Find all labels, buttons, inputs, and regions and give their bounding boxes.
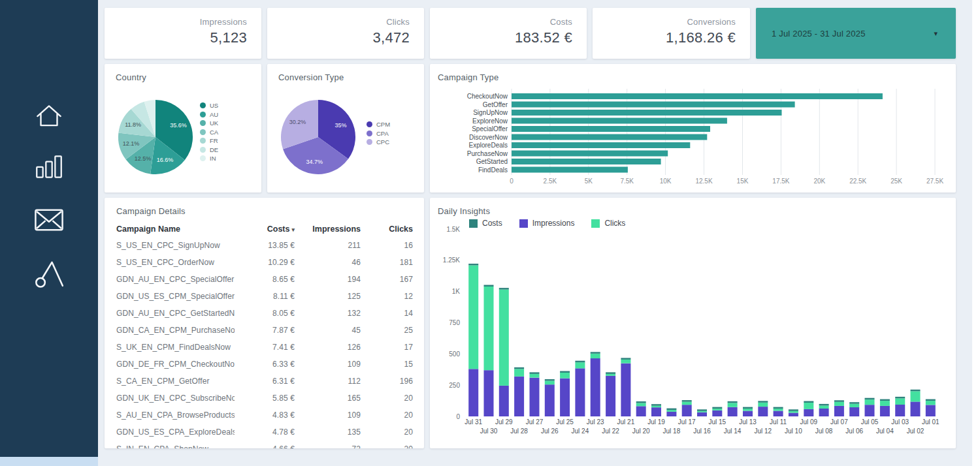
stack-clicks-jul-27[interactable] xyxy=(530,374,540,378)
bar-discovernow[interactable] xyxy=(512,134,707,140)
stack-clicks-jul-31[interactable] xyxy=(468,266,478,369)
table-row[interactable]: S_AU_EN_CPA_BrowseProducts4.83 €10920 xyxy=(116,407,413,424)
stack-impressions-jul-23[interactable] xyxy=(591,358,600,416)
stack-costs-jul-26[interactable] xyxy=(545,379,555,381)
stack-costs-jul-19[interactable] xyxy=(651,404,661,406)
stack-costs-jul-09[interactable] xyxy=(804,401,813,403)
table-row[interactable]: GDN_AU_EN_CPC_GetStartedNow8.05 €13214 xyxy=(116,305,413,322)
legend-item-cpm[interactable]: CPM xyxy=(367,120,390,129)
column-header-impressions[interactable]: Impressions xyxy=(295,225,361,234)
table-row[interactable]: GDN_UK_EN_CPC_SubscribeNow5.85 €16520 xyxy=(116,390,413,407)
legend-item-us[interactable]: US xyxy=(200,101,218,110)
legend-item-au[interactable]: AU xyxy=(200,110,218,119)
stack-costs-jul-08[interactable] xyxy=(819,404,829,406)
stack-costs-jul-27[interactable] xyxy=(530,372,540,374)
legend-item-cpc[interactable]: CPC xyxy=(367,138,390,147)
nav-mail[interactable] xyxy=(27,201,71,239)
stack-costs-jul-24[interactable] xyxy=(575,361,585,363)
table-row[interactable]: GDN_AU_EN_CPC_SpecialOffer8.65 €194167 xyxy=(116,271,413,288)
stack-costs-jul-04[interactable] xyxy=(880,399,890,401)
stack-clicks-jul-26[interactable] xyxy=(545,381,555,385)
stack-impressions-jul-22[interactable] xyxy=(606,376,615,416)
stack-costs-jul-02[interactable] xyxy=(911,390,921,392)
stack-costs-jul-14[interactable] xyxy=(728,401,738,403)
stack-clicks-jul-10[interactable] xyxy=(789,411,798,413)
stack-clicks-jul-09[interactable] xyxy=(804,403,813,409)
stack-clicks-jul-08[interactable] xyxy=(819,405,829,409)
stack-clicks-jul-22[interactable] xyxy=(606,374,615,376)
stack-clicks-jul-23[interactable] xyxy=(591,354,600,358)
stack-impressions-jul-16[interactable] xyxy=(697,412,707,416)
bar-purchasenow[interactable] xyxy=(512,151,668,157)
stack-impressions-jul-27[interactable] xyxy=(530,378,540,416)
stack-impressions-jul-12[interactable] xyxy=(758,407,768,416)
stack-clicks-jul-29[interactable] xyxy=(499,290,509,386)
stack-impressions-jul-14[interactable] xyxy=(728,407,738,416)
stack-clicks-jul-05[interactable] xyxy=(865,399,875,405)
stack-clicks-jul-25[interactable] xyxy=(560,373,570,379)
bar-exploredeals[interactable] xyxy=(512,142,690,148)
stack-clicks-jul-15[interactable] xyxy=(712,409,722,411)
table-row[interactable]: S_CA_EN_CPM_GetOffer6.31 €112196 xyxy=(116,373,413,390)
stack-clicks-jul-16[interactable] xyxy=(697,411,707,412)
stack-impressions-jul-07[interactable] xyxy=(834,406,844,416)
stack-clicks-jul-04[interactable] xyxy=(880,401,890,406)
legend-item-ca[interactable]: CA xyxy=(200,128,218,137)
stack-costs-jul-06[interactable] xyxy=(849,402,859,404)
stack-clicks-jul-24[interactable] xyxy=(575,362,585,368)
table-row[interactable]: S_US_EN_CPC_SignUpNow13.85 €21116 xyxy=(116,237,413,254)
table-row[interactable]: S_US_EN_CPC_OrderNow10.29 €46181 xyxy=(116,254,413,271)
nav-google-ads[interactable] xyxy=(27,253,71,291)
stack-impressions-jul-21[interactable] xyxy=(621,364,630,416)
table-row[interactable]: GDN_US_ES_CPM_SpecialOffer8.11 €12512 xyxy=(116,288,413,305)
table-row[interactable]: GDN_US_ES_CPA_ExploreDeals4.78 €13520 xyxy=(116,424,413,441)
column-header-costs[interactable]: Costs▾ xyxy=(235,225,295,234)
stack-impressions-jul-19[interactable] xyxy=(651,407,661,416)
stack-clicks-jul-14[interactable] xyxy=(728,403,738,407)
stack-impressions-jul-29[interactable] xyxy=(499,386,509,416)
bar-checkoutnow[interactable] xyxy=(512,93,883,99)
stack-impressions-jul-18[interactable] xyxy=(666,412,676,416)
stack-costs-jul-12[interactable] xyxy=(758,401,768,403)
bar-getoffer[interactable] xyxy=(512,102,795,108)
stack-costs-jul-07[interactable] xyxy=(834,400,844,402)
stack-impressions-jul-24[interactable] xyxy=(575,368,585,416)
stack-impressions-jul-15[interactable] xyxy=(712,411,722,416)
date-range-selector[interactable]: 1 Jul 2025 - 31 Jul 2025 ▾ xyxy=(756,8,956,59)
stack-impressions-jul-08[interactable] xyxy=(819,409,829,416)
stack-clicks-jul-21[interactable] xyxy=(621,360,630,364)
stack-impressions-jul-05[interactable] xyxy=(865,405,875,416)
stack-costs-jul-15[interactable] xyxy=(712,407,722,409)
table-row[interactable]: S_UK_EN_CPM_FindDealsNow7.41 €12617 xyxy=(116,339,413,356)
stack-impressions-jul-04[interactable] xyxy=(880,406,890,416)
stack-clicks-jul-19[interactable] xyxy=(651,406,661,408)
stack-impressions-jul-02[interactable] xyxy=(911,401,921,416)
column-header-campaign-name[interactable]: Campaign Name xyxy=(116,225,235,234)
stack-costs-jul-13[interactable] xyxy=(743,407,753,409)
stack-costs-jul-22[interactable] xyxy=(606,372,615,374)
column-header-clicks[interactable]: Clicks xyxy=(361,225,413,234)
stack-impressions-jul-09[interactable] xyxy=(804,409,813,416)
stack-clicks-jul-28[interactable] xyxy=(514,369,524,377)
stack-impressions-jul-10[interactable] xyxy=(789,413,798,417)
stack-clicks-jul-07[interactable] xyxy=(834,402,844,406)
bar-explorenow[interactable] xyxy=(512,118,727,124)
stack-costs-jul-18[interactable] xyxy=(666,409,676,411)
stack-costs-jul-30[interactable] xyxy=(484,285,494,287)
stack-impressions-jul-30[interactable] xyxy=(484,370,494,416)
stack-costs-jul-05[interactable] xyxy=(865,398,875,400)
stack-costs-jul-29[interactable] xyxy=(499,288,509,290)
stack-clicks-jul-06[interactable] xyxy=(849,404,859,407)
stack-impressions-jul-01[interactable] xyxy=(926,405,936,416)
stack-costs-jul-25[interactable] xyxy=(560,371,570,373)
stack-clicks-jul-11[interactable] xyxy=(774,409,783,411)
stack-costs-jul-28[interactable] xyxy=(514,367,524,369)
stack-clicks-jul-17[interactable] xyxy=(682,402,692,405)
scrollbar-gutter[interactable] xyxy=(972,0,980,466)
stack-impressions-jul-26[interactable] xyxy=(545,384,555,416)
stack-costs-jul-03[interactable] xyxy=(895,397,905,399)
stack-impressions-jul-20[interactable] xyxy=(636,406,646,416)
stack-clicks-jul-20[interactable] xyxy=(636,403,646,407)
stack-impressions-jul-31[interactable] xyxy=(468,369,478,416)
stack-clicks-jul-30[interactable] xyxy=(484,287,494,370)
